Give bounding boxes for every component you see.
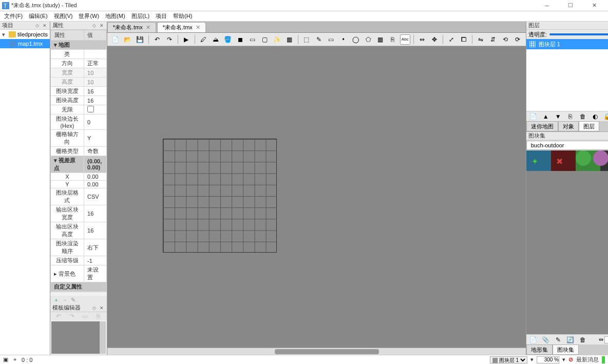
new-tileset-icon[interactable]: 📄 <box>528 335 539 345</box>
rotate-left-icon[interactable]: ⟲ <box>500 34 510 45</box>
flip-h-icon[interactable]: ⇋ <box>476 34 486 45</box>
layer-menu-icon[interactable]: ▾ <box>530 356 534 363</box>
tileset-zoom-input[interactable] <box>604 336 608 343</box>
fit-zoom-icon[interactable]: ⇔ <box>599 336 603 343</box>
embed-tileset-icon[interactable]: 📎 <box>541 335 551 345</box>
status-zoom-input[interactable] <box>537 356 559 363</box>
opacity-slider[interactable] <box>549 33 608 35</box>
edit-polygon-icon[interactable]: ✎ <box>314 34 324 45</box>
object-select-icon[interactable]: ⬚ <box>301 34 312 45</box>
error-icon[interactable]: ⊘ <box>568 356 573 363</box>
move-down-icon[interactable]: ▼ <box>553 111 563 122</box>
layer-list[interactable]: 图块层 1 👁 🔓 <box>526 39 608 111</box>
dynamic-wrap-icon[interactable]: 🔄 <box>565 335 576 345</box>
eraser-tool-icon[interactable]: ▭ <box>248 34 258 45</box>
menu-project[interactable]: 项目 <box>153 11 170 21</box>
shape-fill-icon[interactable]: ◼ <box>235 34 245 45</box>
wand-select-icon[interactable]: ✨ <box>272 34 282 45</box>
highlight-layer-icon[interactable]: ◐ <box>590 111 600 122</box>
prop-group-map[interactable]: ▾ 地图 <box>50 41 106 50</box>
insert-polygon-icon[interactable]: ⬠ <box>363 34 373 45</box>
insert-text-icon[interactable]: Abc <box>400 34 410 45</box>
redo-icon[interactable]: ↷ <box>164 34 175 45</box>
insert-ellipse-icon[interactable]: ◯ <box>351 34 361 45</box>
flip-v-icon[interactable]: ⇵ <box>488 34 498 45</box>
panel-float-icon[interactable]: ◇ <box>34 23 41 29</box>
minimize-button[interactable]: ─ <box>535 0 559 11</box>
panel-close-icon[interactable]: ✕ <box>99 305 105 311</box>
terrain-tool-icon[interactable]: ⛰ <box>211 34 221 45</box>
open-file-icon[interactable]: 📂 <box>123 34 133 45</box>
undo-icon[interactable]: ↶ <box>53 311 64 321</box>
hscrollbar[interactable] <box>50 292 107 296</box>
crop-icon[interactable]: ⧠ <box>459 34 469 45</box>
same-tile-select-icon[interactable]: ▦ <box>284 34 295 45</box>
fill-tool-icon[interactable]: 🪣 <box>223 34 233 45</box>
close-button[interactable]: ✕ <box>582 0 606 11</box>
new-file-icon[interactable]: 📄 <box>110 34 121 45</box>
document-tab[interactable]: *未命名.tmx✕ <box>107 22 156 32</box>
tileset-dropdown[interactable]: buch-outdoor <box>526 141 608 150</box>
status-layer-select[interactable]: ▦ 图块层 1 <box>490 356 527 363</box>
prop-group-custom[interactable]: 自定义属性 <box>50 282 106 292</box>
rect-select-icon[interactable]: ▢ <box>260 34 270 45</box>
duplicate-layer-icon[interactable]: ⎘ <box>565 111 576 122</box>
menu-map[interactable]: 地图(M) <box>102 11 128 21</box>
menu-help[interactable]: 帮助(H) <box>170 11 195 21</box>
template-action2-icon[interactable]: ⎘ <box>93 311 104 321</box>
delete-tileset-icon[interactable]: 🗑 <box>578 335 588 345</box>
map-canvas[interactable] <box>107 46 526 348</box>
insert-template-icon[interactable]: ⎘ <box>388 34 398 45</box>
template-canvas[interactable] <box>51 321 106 354</box>
tileset-canvas[interactable]: ✦ ✖ <box>526 150 608 202</box>
delete-layer-icon[interactable]: 🗑 <box>578 111 588 122</box>
caret-icon[interactable]: ▾ <box>2 31 7 38</box>
redo-icon[interactable]: ↷ <box>67 311 77 321</box>
vscrollbar[interactable] <box>100 321 106 354</box>
close-tab-icon[interactable]: ✕ <box>196 24 200 31</box>
panel-close-icon[interactable]: ✕ <box>99 23 105 29</box>
layer-row[interactable]: 图块层 1 👁 🔓 <box>526 39 608 49</box>
resize-icon[interactable]: ⤢ <box>446 34 457 45</box>
remove-prop-icon[interactable]: － <box>62 296 68 304</box>
new-layer-icon[interactable]: 📄 <box>528 111 539 122</box>
menu-view[interactable]: 视图(V) <box>51 11 76 21</box>
edit-tileset-icon[interactable]: ✎ <box>553 335 563 345</box>
project-tree[interactable]: ▾ tiledprojects map1.tmx <box>0 30 50 355</box>
status-news[interactable]: 最新消息 <box>576 356 599 363</box>
layer-offset-icon[interactable]: ⇔ <box>417 34 427 45</box>
infinite-checkbox[interactable] <box>87 106 94 112</box>
stamp-tool-icon[interactable]: 🖊 <box>198 34 208 45</box>
zoom-menu-icon[interactable]: ▾ <box>562 356 565 363</box>
move-up-icon[interactable]: ▲ <box>541 111 551 122</box>
prop-group-parallax[interactable]: ▾ 视差原点 <box>50 156 84 173</box>
world-tool-icon[interactable]: ✥ <box>429 34 440 45</box>
panel-float-icon[interactable]: ◇ <box>91 23 98 29</box>
tab-tileset[interactable]: 图块集 <box>553 344 579 355</box>
canvas-hscrollbar[interactable] <box>107 348 526 355</box>
map-grid[interactable] <box>163 139 277 253</box>
tab-objects[interactable]: 对象 <box>558 121 579 131</box>
document-tab[interactable]: *未命名.tmx✕ <box>157 22 206 32</box>
add-prop-icon[interactable]: ＋ <box>53 296 59 304</box>
insert-tile-icon[interactable]: ▦ <box>375 34 386 45</box>
rotate-right-icon[interactable]: ⟳ <box>512 34 523 45</box>
tree-file[interactable]: map1.tmx <box>0 39 50 48</box>
undo-icon[interactable]: ↶ <box>152 34 162 45</box>
console-icon[interactable]: ▣ <box>3 356 8 363</box>
menu-file[interactable]: 文件(F) <box>1 11 26 21</box>
tab-minimap[interactable]: 迷你地图 <box>526 121 558 131</box>
template-action-icon[interactable]: ▭ <box>80 311 90 321</box>
run-icon[interactable]: ▶ <box>181 34 192 45</box>
lock-layers-icon[interactable]: 🔒 <box>602 111 608 122</box>
menu-layer[interactable]: 图层(L) <box>128 11 153 21</box>
panel-close-icon[interactable]: ✕ <box>42 23 48 29</box>
insert-point-icon[interactable]: • <box>338 34 349 45</box>
tab-layers[interactable]: 图层 <box>579 121 599 131</box>
close-tab-icon[interactable]: ✕ <box>146 24 150 31</box>
panel-float-icon[interactable]: ◇ <box>91 305 98 311</box>
save-file-icon[interactable]: 💾 <box>135 34 145 45</box>
maximize-button[interactable]: ☐ <box>559 0 582 11</box>
menu-world[interactable]: 世界(W) <box>75 11 102 21</box>
edit-prop-icon[interactable]: ✎ <box>71 297 75 303</box>
